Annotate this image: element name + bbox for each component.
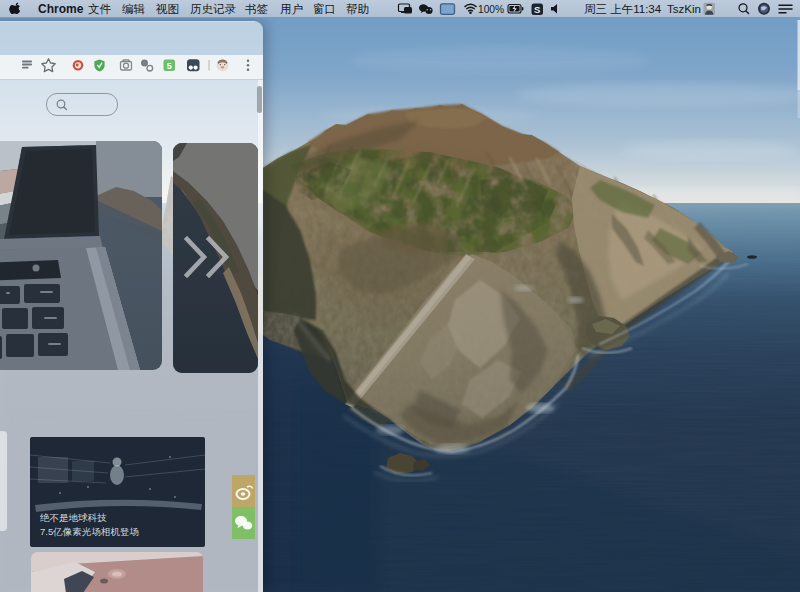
- svg-text:书签: 书签: [244, 3, 268, 15]
- svg-text:历史记录: 历史记录: [190, 3, 237, 15]
- svg-text:视图: 视图: [155, 3, 179, 15]
- svg-text:帮助: 帮助: [346, 3, 369, 15]
- svg-text:文件: 文件: [88, 3, 112, 15]
- svg-text:100%: 100%: [478, 4, 504, 15]
- svg-text:绝不是地球科技: 绝不是地球科技: [40, 512, 107, 523]
- svg-text:用户: 用户: [280, 3, 303, 15]
- svg-text:5: 5: [167, 61, 172, 71]
- svg-text:Chrome: Chrome: [38, 2, 84, 16]
- svg-text:7.5亿像素光场相机登场: 7.5亿像素光场相机登场: [40, 526, 139, 537]
- svg-text:窗口: 窗口: [313, 3, 336, 15]
- svg-text:周三 上午11:34: 周三 上午11:34: [584, 3, 662, 15]
- svg-text:S: S: [534, 4, 540, 15]
- svg-text:TszKin: TszKin: [667, 3, 701, 15]
- svg-text:编辑: 编辑: [122, 3, 146, 15]
